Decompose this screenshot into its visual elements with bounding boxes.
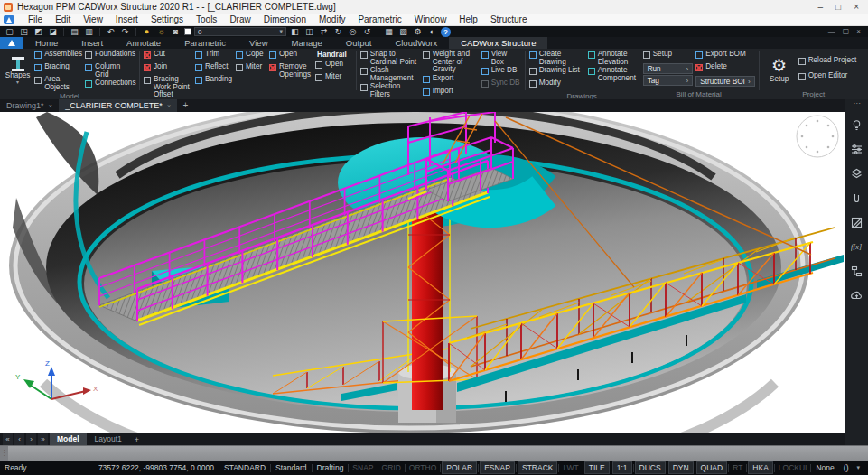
structure-boi-button[interactable]: Structure BOI› [695,76,754,87]
toggle-ducs[interactable]: DUCS [635,461,666,474]
column-grid-button[interactable]: Column Grid [85,63,135,79]
save-as-icon[interactable]: ◪ [47,26,59,37]
doc-minimize-button[interactable]: — [828,26,835,37]
toggle-hka[interactable]: HKA [748,461,772,474]
open-button[interactable]: Open [269,51,313,62]
assemblies-button[interactable]: Assemblies [34,51,82,62]
doc-tab-drawing1[interactable]: Drawing1* × [0,99,59,112]
fields-icon[interactable]: f[x] [851,240,863,253]
command-line-grip[interactable]: ⋮ [0,446,8,461]
tab-layout1[interactable]: Layout1 [88,433,129,445]
tab-manage[interactable]: Manage [280,37,334,49]
modify-drawing-button[interactable]: Modify [529,79,585,91]
tab-insert[interactable]: Insert [70,37,115,49]
help-icon[interactable]: ? [441,27,451,37]
toggle-strack[interactable]: STRACK [518,461,557,474]
reflect-button[interactable]: Reflect [195,63,233,75]
bricscad-icon[interactable] [4,15,14,24]
undo-icon[interactable]: ↶ [105,26,117,37]
area-objects-button[interactable]: Area Objects [34,76,82,91]
menu-window[interactable]: Window [408,14,453,26]
menu-parametric[interactable]: Parametric [351,14,407,26]
orbit-icon[interactable]: ↻ [332,26,344,37]
first-layout-icon[interactable]: « [3,433,13,445]
cut-button[interactable]: Cut [144,51,192,62]
redo-icon[interactable]: ↷ [119,26,131,37]
close-button[interactable]: × [854,0,859,14]
layers-icon[interactable] [851,167,863,180]
chevron-down-icon[interactable]: ▾ [853,464,863,471]
trim-button[interactable]: Trim [195,51,233,62]
tab-home[interactable]: Home [23,37,70,49]
annotation-scale[interactable]: 1:1 [612,461,632,474]
menu-view[interactable]: View [77,14,109,26]
toggle-esnap[interactable]: ESNAP [480,461,515,474]
drawing-explorer-icon[interactable]: ◫ [303,26,315,37]
layer-on-icon[interactable]: ● [141,26,153,37]
doc-tab-clarifier-complete[interactable]: _CLARIFIER COMPLETE* × [59,99,177,112]
save-icon[interactable]: ◩ [33,26,44,37]
menu-dimension[interactable]: Dimension [257,14,313,26]
bracing-button[interactable]: Bracing [34,63,82,75]
import-button[interactable]: Import [423,88,479,99]
regen-icon[interactable]: ↺ [361,26,373,37]
coordinates-readout[interactable]: 73572.6222, -99803.7754, 0.0000 [94,463,219,472]
dim-style-field[interactable]: Standard [271,463,312,472]
menu-insert[interactable]: Insert [109,14,145,26]
workspace-field[interactable]: Drafting [313,463,349,472]
view-compass[interactable] [797,116,838,157]
pan-icon[interactable]: ⇄ [318,26,330,37]
reload-project-button[interactable]: Reload Project [798,57,862,69]
layer-freeze-icon[interactable]: ☼ [155,26,167,37]
add-layout-button[interactable]: + [130,435,144,444]
bom-tag-button[interactable]: Tag› [643,75,694,86]
menu-modify[interactable]: Modify [313,14,351,26]
minimize-button[interactable]: – [818,0,824,14]
export-button[interactable]: Export [423,75,479,87]
annotate-component-button[interactable]: Annotate Component [588,67,635,82]
named-views-icon[interactable]: ▦ [383,26,395,37]
plot-icon[interactable]: ▤ [69,26,80,37]
hatch-sheet-icon[interactable] [851,216,863,228]
banding-button[interactable]: Banding [195,76,233,88]
open-editor-button[interactable]: Open Editor [798,72,862,84]
attachments-icon[interactable] [851,191,863,204]
bom-run-button[interactable]: Run› [643,63,694,74]
next-layout-icon[interactable]: › [26,433,36,445]
settings-icon[interactable]: ⚙ [412,26,424,37]
tab-cloudworx[interactable]: CloudWorx [383,37,449,49]
model-viewport[interactable]: Z Y X [0,112,845,433]
snap-to-cardinal-point-button[interactable]: Snap to Cardinal Point [360,51,420,66]
menu-draw[interactable]: Draw [223,14,257,26]
tab-annotate[interactable]: Annotate [115,37,173,49]
tab-view[interactable]: View [238,37,279,49]
create-drawing-button[interactable]: Create Drawing [529,51,585,66]
open-drawing-icon[interactable]: ◳ [18,26,30,37]
cadworx-logo-button[interactable] [0,37,23,49]
drawing-list-button[interactable]: Drawing List [529,67,585,79]
plot-preview-icon[interactable]: ▥ [83,26,95,37]
tips-icon[interactable] [851,118,863,131]
clash-management-button[interactable]: Clash Management [360,67,420,82]
sheet-set-icon[interactable]: ▧ [397,26,409,37]
structure-tree-icon[interactable] [851,265,863,277]
toggle-lockui[interactable]: LOCKUI [775,462,811,473]
cloud-sync-icon[interactable] [851,289,863,302]
bracing-work-point-offset-button[interactable]: Bracing Work Point Offset [144,76,192,99]
menu-structure[interactable]: Structure [484,14,534,26]
toggle-polar[interactable]: POLAR [442,461,477,474]
shapes-button[interactable]: Shapes ▾ [4,51,32,91]
last-layout-icon[interactable]: » [38,433,48,445]
toggle-snap[interactable]: SNAP [349,462,377,473]
zoom-icon[interactable]: ◎ [347,26,359,37]
render-icon[interactable]: ◐ [426,26,438,37]
weight-cog-button[interactable]: Weight and Center of Gravity [423,51,479,74]
close-icon[interactable]: × [49,102,53,110]
toggle-dyn[interactable]: DYN [668,461,694,474]
color-swatch[interactable] [184,28,191,35]
selection-mode-field[interactable]: None [811,463,838,472]
selection-filters-button[interactable]: Selection Filters [360,83,420,98]
toggle-tile[interactable]: TILE [584,461,610,474]
draw-order-icon[interactable]: ◧ [289,26,301,37]
toggle-rt[interactable]: RT [729,462,746,473]
